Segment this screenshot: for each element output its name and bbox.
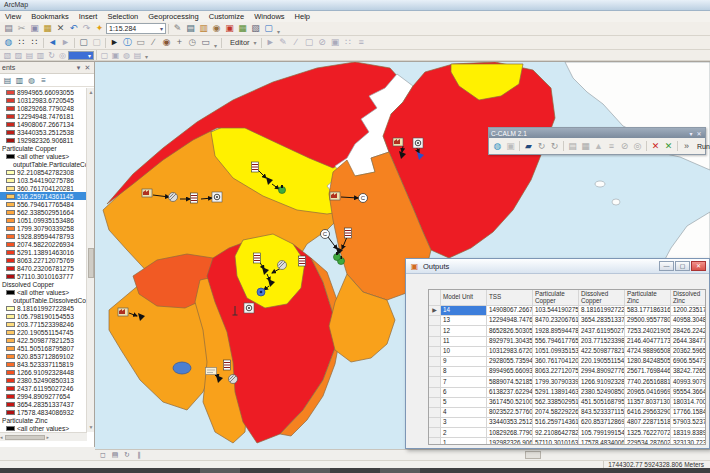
table-row[interactable]: 75889074.521856..1799.307903392..1266.91… (429, 377, 705, 387)
cell[interactable]: 29500.95577807.. (625, 316, 671, 325)
cell[interactable]: 57903.52374296.. (671, 418, 706, 427)
map-symbol-copyright[interactable]: C (321, 230, 330, 239)
legend-item[interactable]: 92.2108542782308 (0, 168, 87, 176)
ccalm-flow-icon[interactable]: » (680, 140, 693, 153)
ccalm-export-icon[interactable]: ▲ (592, 140, 605, 153)
cell[interactable]: 12 (441, 326, 487, 335)
cell[interactable]: 6416.295632907.. (625, 408, 671, 417)
edit-trace-icon[interactable]: ≡ (355, 37, 368, 49)
toolbar-overflow-icon[interactable]: ▾ (277, 28, 280, 35)
table-row[interactable]: 88994965.660930..8063.227120757..2994.89… (429, 367, 705, 377)
edit-sketch-icon[interactable]: ✎ (277, 37, 290, 49)
menu-selection[interactable]: Selection (102, 12, 143, 21)
cell[interactable]: 843.5233371158.. (579, 408, 625, 417)
cell[interactable]: 360.7617041202.. (533, 357, 579, 366)
symbol-color-combobox[interactable]: ▾ (68, 51, 94, 60)
table-row[interactable]: 118929791.304352..556.7946177654..203.77… (429, 337, 705, 347)
georef-zoom-icon[interactable]: ◎ (57, 50, 68, 60)
ccalm-map-icon[interactable]: ◍ (491, 140, 504, 153)
row-header[interactable] (429, 388, 441, 397)
data-view-button[interactable]: ◻ (97, 451, 109, 460)
map-symbol-grid[interactable] (191, 193, 198, 203)
map-symbol-grid[interactable] (254, 253, 261, 263)
list-by-visibility-icon[interactable]: ◍ (26, 75, 37, 86)
cell[interactable]: 1051.099351534.. (533, 347, 579, 356)
python-icon[interactable]: ▧ (249, 23, 262, 35)
editor-menu-button[interactable]: Editor (230, 38, 250, 47)
map-symbol-grid[interactable] (299, 256, 306, 266)
toc-options-icon[interactable]: ≡ (38, 75, 49, 86)
legend-field-name[interactable]: outputTable.ParticulateCo (0, 160, 87, 168)
forward-extent-icon[interactable]: ► (59, 37, 72, 49)
cell[interactable]: 6 (441, 388, 487, 397)
map-symbol-label[interactable] (206, 368, 217, 375)
close-button[interactable]: ✕ (691, 261, 706, 271)
edit-arrow-icon[interactable]: ► (264, 37, 277, 49)
legend-item[interactable]: 105.798190154553 (0, 312, 87, 320)
legend-item[interactable]: 8.18161992722845 (0, 304, 87, 312)
search-icon[interactable]: ◉ (210, 23, 223, 35)
legend-item[interactable]: 422.509877821253 (0, 336, 87, 344)
copy-icon[interactable]: ▣ (28, 23, 41, 35)
map-symbol-factory[interactable] (118, 308, 128, 316)
cell[interactable]: 583.1771863163.. (625, 306, 671, 315)
legend-item[interactable]: 192982326.906811 (0, 136, 87, 144)
menu-geoprocessing[interactable]: Geoprocessing (143, 12, 203, 21)
cell[interactable]: 8470.232067612.. (533, 316, 579, 325)
cell[interactable]: 4 (441, 408, 487, 417)
modelbuilder-icon[interactable]: ▦ (236, 23, 249, 35)
map-symbol-target[interactable] (413, 138, 423, 148)
delete-icon[interactable]: ✕ (54, 23, 67, 35)
edit-snap-icon[interactable]: ∷ (342, 37, 355, 49)
legend-item[interactable]: <all other values> (0, 288, 87, 296)
measure-icon[interactable]: ∕ (147, 37, 160, 49)
menu-help[interactable]: Help (290, 12, 315, 21)
georef-rotate-icon[interactable]: ↻ (46, 50, 57, 60)
cell[interactable]: 1 (441, 438, 487, 445)
cell[interactable]: 33440353.25125.. (487, 418, 533, 427)
layout-print-icon[interactable]: ▤ (132, 50, 143, 60)
cell[interactable]: 13 (441, 316, 487, 325)
cell[interactable]: 1200.235177776.. (671, 306, 706, 315)
table-row[interactable]: 48023522.577603..2074.582292269..843.523… (429, 408, 705, 418)
row-header[interactable] (429, 438, 441, 445)
row-header[interactable] (429, 428, 441, 437)
time-slider-icon[interactable]: ◷ (186, 37, 199, 49)
create-viewer-icon[interactable]: ▭ (199, 37, 212, 49)
legend-item[interactable]: 2994.8909277654 (0, 392, 87, 400)
cell[interactable]: 2380.524908503.. (579, 388, 625, 397)
cell[interactable]: 516.2597143611.. (533, 418, 579, 427)
cell[interactable]: 17766.15844945.. (671, 408, 706, 417)
legend-group-heading[interactable]: Particulate Zinc (0, 416, 87, 424)
cell[interactable]: 1280.8424850536 (625, 357, 671, 366)
legend-item[interactable]: <all other values> (0, 152, 87, 160)
cell[interactable]: 2437.611950272.. (579, 326, 625, 335)
toolbar-overflow-icon[interactable]: ▾ (145, 53, 148, 60)
map-symbol-target[interactable] (244, 303, 254, 313)
cell[interactable]: 8063.227120757.. (533, 367, 579, 376)
ccalm-edit-icon[interactable]: ▣ (504, 140, 517, 153)
column-header[interactable]: TSS (487, 290, 533, 305)
select-elements-icon[interactable]: ► (108, 37, 121, 49)
ccalm-build-icon[interactable]: ▦ (579, 140, 592, 153)
print-icon[interactable]: ▤ (2, 23, 15, 35)
map-symbol-factory[interactable] (330, 192, 340, 200)
column-header[interactable]: Dissolved Copper (579, 290, 625, 305)
cell[interactable]: 4807.228715186.. (625, 418, 671, 427)
chevron-down-icon[interactable]: ▾ (160, 25, 163, 32)
cell[interactable]: 8994965.660930.. (487, 367, 533, 376)
menu-view[interactable]: View (0, 12, 26, 21)
legend-item[interactable]: 12294948.7476181 (0, 112, 87, 120)
layout-page-icon[interactable]: ▢ (99, 50, 110, 60)
title-bar[interactable]: ArcMap (0, 0, 710, 11)
ccalm-settings-icon[interactable]: ◎ (631, 140, 644, 153)
cell[interactable]: 2 (441, 428, 487, 437)
cell[interactable]: 11 (441, 337, 487, 346)
ccalm-reload-icon[interactable]: ↻ (548, 140, 561, 153)
legend-item[interactable]: 33440353.2512538 (0, 128, 87, 136)
georef-layer-icon[interactable]: ▧ (2, 50, 13, 60)
legend-item[interactable]: 556.794617765484 (0, 200, 87, 208)
ccalm-attach-icon[interactable]: ⊘ (618, 140, 631, 153)
column-header[interactable]: Particulate Zinc (625, 290, 671, 305)
cell[interactable]: 229534.2876025.. (625, 438, 671, 445)
